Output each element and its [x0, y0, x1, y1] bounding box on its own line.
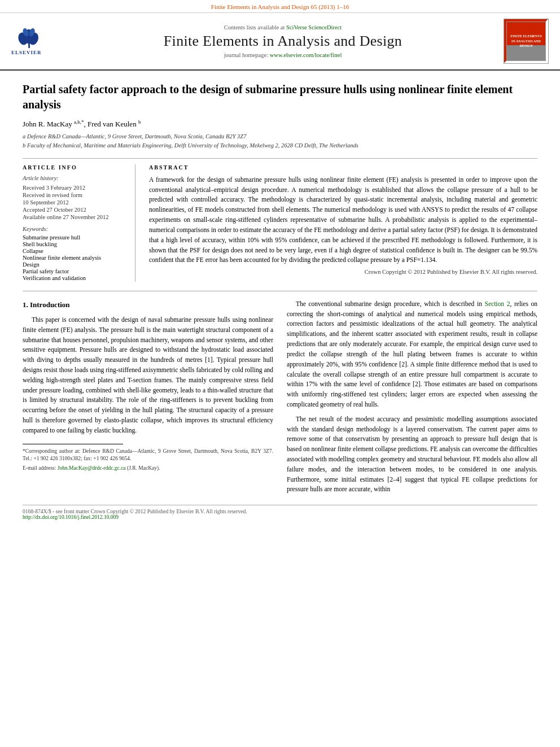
footer-bar: 0168-874X/$ - see front matter Crown Cop…	[23, 505, 537, 520]
keyword-5: Design	[23, 261, 127, 268]
paper-content: Partial safety factor approach to the de…	[0, 71, 560, 531]
footnote-corresponding: *Corresponding author at: Defence R&D Ca…	[23, 448, 273, 464]
keyword-4: Nonlinear finite element analysis	[23, 255, 127, 261]
journal-reference-bar: Finite Elements in Analysis and Design 6…	[0, 0, 560, 13]
article-info-abstract-section: ARTICLE INFO Article history: Received 3…	[23, 158, 537, 282]
available-date: Available online 27 November 2012	[23, 214, 127, 220]
keyword-7: Verification and validation	[23, 275, 127, 281]
journal-emblem: FINITE ELEMENTS IN ANALYSIS AND DESIGN	[504, 19, 549, 64]
copyright-line: Crown Copyright © 2012 Published by Else…	[149, 269, 537, 275]
history-label: Article history:	[23, 175, 127, 181]
journal-homepage: journal homepage: www.elsevier.com/locat…	[68, 52, 498, 58]
article-info-column: ARTICLE INFO Article history: Received 3…	[23, 164, 135, 282]
abstract-column: ABSTRACT A framework for the design of s…	[149, 164, 537, 282]
footnote-email: E-mail address: John.MacKay@drdc-rddc.gc…	[23, 465, 273, 473]
keyword-3: Collapse	[23, 248, 127, 254]
journal-header-center: Contents lists available at SciVerse Sci…	[68, 24, 498, 58]
keywords-list: Submarine pressure hull Shell buckling C…	[23, 234, 127, 281]
authors: John R. MacKay a,b,*, Fred van Keulen b	[23, 119, 537, 129]
accepted-date: Accepted 27 October 2012	[23, 207, 127, 213]
intro-para-2: The conventional submarine design proced…	[287, 299, 537, 410]
abstract-heading: ABSTRACT	[149, 164, 537, 171]
body-columns: 1. Introduction This paper is concerned …	[23, 299, 537, 499]
homepage-link[interactable]: www.elsevier.com/locate/finel	[270, 52, 342, 58]
received-revised-label: Received in revised form	[23, 192, 127, 198]
sciverse-link[interactable]: SciVerse ScienceDirect	[286, 24, 342, 30]
footer-doi: http://dx.doi.org/10.1016/j.finel.2012.1…	[23, 514, 537, 520]
received-date: Received 3 February 2012	[23, 185, 127, 191]
contents-available-line: Contents lists available at SciVerse Sci…	[68, 24, 498, 30]
affiliation-a: a Defence R&D Canada—Atlantic, 9 Grove S…	[23, 132, 537, 141]
keywords-label: Keywords:	[23, 226, 127, 232]
elsevier-text: ELSEVIER	[11, 50, 42, 55]
doi-link[interactable]: http://dx.doi.org/10.1016/j.finel.2012.1…	[23, 514, 119, 520]
journal-header: ELSEVIER Contents lists available at Sci…	[0, 13, 560, 71]
affiliations: a Defence R&D Canada—Atlantic, 9 Grove S…	[23, 132, 537, 150]
author-names: John R. MacKay a,b,*, Fred van Keulen b	[23, 120, 141, 128]
keyword-1: Submarine pressure hull	[23, 234, 127, 241]
journal-title: Finite Elements in Analysis and Design	[68, 33, 498, 50]
email-link[interactable]: John.MacKay@drdc-rddc.gc.ca	[58, 465, 126, 471]
section1-title: 1. Introduction	[23, 299, 273, 311]
received-revised-date: 10 September 2012	[23, 199, 127, 206]
body-right-column: The conventional submarine design proced…	[287, 299, 537, 499]
elsevier-logo: ELSEVIER	[11, 27, 62, 55]
section2-link[interactable]: Section 2	[485, 300, 510, 307]
intro-para-1: This paper is concerned with the design …	[23, 315, 273, 436]
abstract-text: A framework for the design of submarine …	[149, 175, 537, 265]
body-left-column: 1. Introduction This paper is concerned …	[23, 299, 273, 499]
body-divider	[23, 291, 537, 291]
keyword-2: Shell buckling	[23, 241, 127, 247]
footer-issn: 0168-874X/$ - see front matter Crown Cop…	[23, 509, 537, 514]
article-info-heading: ARTICLE INFO	[23, 164, 127, 171]
keyword-6: Partial safety factor	[23, 268, 127, 274]
footnote-divider	[23, 444, 123, 444]
intro-para-3: The net result of the modest accuracy an…	[287, 414, 537, 495]
paper-title: Partial safety factor approach to the de…	[23, 82, 537, 112]
journal-reference-text: Finite Elements in Analysis and Design 6…	[211, 3, 349, 10]
affiliation-b: b Faculty of Mechanical, Maritime and Ma…	[23, 141, 537, 150]
